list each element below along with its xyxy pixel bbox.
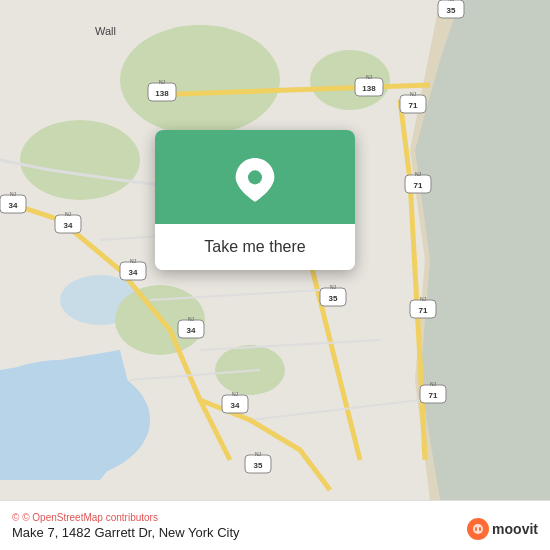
- moovit-logo-icon: [467, 518, 489, 540]
- svg-text:NJ: NJ: [330, 284, 337, 290]
- svg-rect-67: [479, 527, 481, 531]
- svg-point-65: [473, 524, 483, 534]
- svg-point-5: [120, 25, 280, 135]
- location-pin-icon: [233, 158, 277, 202]
- svg-text:NJ: NJ: [159, 79, 166, 85]
- svg-text:71: 71: [419, 306, 428, 315]
- svg-text:35: 35: [447, 6, 456, 15]
- location-name: Make 7, 1482 Garrett Dr, New York City: [12, 525, 240, 540]
- svg-text:34: 34: [64, 221, 73, 230]
- svg-text:71: 71: [429, 391, 438, 400]
- moovit-logo: moovit: [467, 518, 538, 540]
- svg-text:NJ: NJ: [410, 91, 417, 97]
- svg-text:34: 34: [187, 326, 196, 335]
- svg-rect-66: [475, 527, 477, 531]
- svg-text:NJ: NJ: [130, 258, 137, 264]
- svg-text:71: 71: [414, 181, 423, 190]
- svg-text:35: 35: [254, 461, 263, 470]
- svg-text:Wall: Wall: [95, 25, 116, 37]
- svg-text:NJ: NJ: [366, 74, 373, 80]
- map-container: 35 NJ 35 NJ 35 NJ 71 NJ 71 NJ 71 NJ 71 N…: [0, 0, 550, 500]
- moovit-label: moovit: [492, 521, 538, 537]
- svg-text:NJ: NJ: [232, 391, 239, 397]
- svg-text:NJ: NJ: [255, 451, 262, 457]
- map-attribution: © © OpenStreetMap contributors: [12, 512, 538, 523]
- svg-marker-11: [410, 0, 550, 500]
- svg-text:35: 35: [329, 294, 338, 303]
- svg-text:NJ: NJ: [415, 171, 422, 177]
- card-header: [155, 130, 355, 224]
- svg-point-64: [248, 170, 262, 184]
- svg-text:138: 138: [155, 89, 169, 98]
- take-me-there-card: Take me there: [155, 130, 355, 270]
- svg-text:NJ: NJ: [420, 296, 427, 302]
- svg-text:34: 34: [129, 268, 138, 277]
- svg-text:NJ: NJ: [65, 211, 72, 217]
- svg-text:34: 34: [231, 401, 240, 410]
- svg-text:NJ: NJ: [10, 191, 17, 197]
- take-me-there-button[interactable]: Take me there: [155, 224, 355, 270]
- svg-text:34: 34: [9, 201, 18, 210]
- svg-text:NJ: NJ: [188, 316, 195, 322]
- svg-text:71: 71: [409, 101, 418, 110]
- svg-text:138: 138: [362, 84, 376, 93]
- svg-text:NJ: NJ: [430, 381, 437, 387]
- bottom-bar: © © OpenStreetMap contributors Make 7, 1…: [0, 500, 550, 550]
- copyright-symbol: ©: [12, 512, 19, 523]
- svg-text:NJ: NJ: [448, 0, 455, 2]
- svg-point-6: [20, 120, 140, 200]
- attribution-text: © OpenStreetMap contributors: [22, 512, 158, 523]
